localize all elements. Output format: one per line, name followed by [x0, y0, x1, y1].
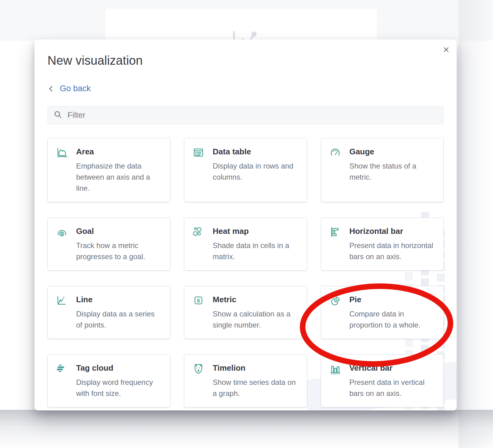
card-description: Emphasize the data between an axis and a… [76, 161, 161, 194]
card-title: Tag cloud [76, 363, 161, 373]
card-title: Horizontal bar [349, 226, 434, 236]
heat-map-icon [192, 226, 205, 238]
chevron-left-icon [47, 85, 55, 92]
page-title: New visualization [47, 53, 444, 68]
card-title: Area [76, 146, 161, 157]
card-vertical-bar[interactable]: Vertical bar Present data in vertical ba… [321, 354, 444, 407]
card-title: Heat map [213, 226, 298, 236]
card-description: Display word frequency with font size. [76, 377, 161, 399]
new-visualization-modal: New visualization Go back [35, 39, 457, 410]
card-description: Show the status of a metric. [349, 161, 434, 183]
close-icon [442, 45, 451, 55]
card-data-table[interactable]: Data table Display data in rows and colu… [184, 138, 307, 202]
card-timelion[interactable]: Timelion Show time series data on a grap… [184, 354, 307, 407]
card-pie[interactable]: Pie Compare data in proportion to a whol… [321, 286, 444, 339]
card-title: Pie [349, 294, 434, 305]
close-button[interactable] [439, 43, 453, 57]
card-goal[interactable]: 8 Goal Track how a metric progresses to … [47, 218, 170, 271]
go-back-label: Go back [60, 84, 91, 93]
card-title: Metric [213, 294, 298, 305]
goal-icon: 8 [56, 226, 68, 238]
card-description: Shade data in cells in a matrix. [213, 240, 298, 262]
card-description: Present data in horizontal bars on an ax… [349, 240, 434, 262]
card-horizontal-bar[interactable]: Horizontal bar Present data in horizonta… [321, 218, 444, 271]
card-description: Display data as a series of points. [76, 308, 161, 331]
filter-field [47, 106, 444, 124]
card-tag-cloud[interactable]: Tag cloud Display word frequency with fo… [47, 354, 170, 407]
horizontal-bar-icon [329, 226, 341, 238]
modal-drop-shadow [0, 410, 493, 448]
search-icon [53, 110, 63, 120]
tag-cloud-icon [56, 363, 68, 375]
card-gauge[interactable]: Gauge Show the status of a metric. [321, 138, 444, 202]
metric-icon: 8 [192, 294, 205, 307]
card-title: Gauge [349, 146, 434, 157]
card-area[interactable]: Area Emphasize the data between an axis … [47, 138, 170, 202]
page-edge-shading [458, 0, 493, 448]
gauge-icon [329, 146, 341, 159]
area-chart-icon [56, 146, 68, 159]
card-heat-map[interactable]: Heat map Shade data in cells in a matrix… [184, 218, 307, 271]
svg-text:8: 8 [197, 298, 200, 303]
line-chart-icon [56, 294, 68, 307]
vertical-bar-icon [329, 363, 341, 375]
card-title: Vertical bar [349, 363, 434, 373]
card-description: Compare data in proportion to a whole. [349, 308, 434, 331]
card-description: Display data in rows and columns. [213, 161, 298, 183]
card-title: Timelion [213, 363, 298, 373]
data-table-icon [192, 146, 205, 159]
visualization-type-grid: Area Emphasize the data between an axis … [47, 138, 444, 407]
card-metric[interactable]: 8 Metric Show a calculation as a single … [184, 286, 307, 339]
svg-text:8: 8 [61, 232, 63, 236]
filter-input[interactable] [67, 110, 438, 120]
card-description: Show a calculation as a single number. [213, 308, 298, 331]
pie-chart-icon [329, 294, 341, 307]
go-back-link[interactable]: Go back [47, 84, 91, 93]
timelion-icon [192, 363, 205, 375]
card-description: Show time series data on a graph. [213, 377, 298, 399]
card-description: Track how a metric progresses to a goal. [76, 240, 161, 262]
card-description: Present data in vertical bars on an axis… [349, 377, 434, 399]
card-title: Goal [76, 226, 161, 236]
card-title: Data table [213, 146, 298, 157]
card-title: Line [76, 294, 161, 305]
card-line[interactable]: Line Display data as a series of points. [47, 286, 170, 339]
